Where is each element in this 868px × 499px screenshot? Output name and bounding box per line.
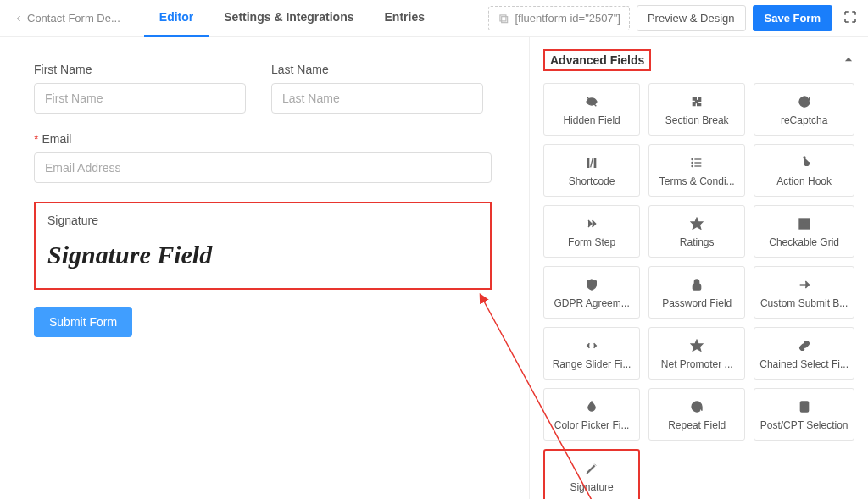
star-icon [654, 216, 739, 231]
signature-label: Signature [47, 213, 478, 227]
section-header[interactable]: Advanced Fields [543, 49, 854, 71]
slider-icon [549, 338, 634, 353]
top-toolbar: Contact Form De... Editor Settings & Int… [0, 0, 868, 37]
field-checkable-grid[interactable]: Checkable Grid [754, 205, 854, 258]
back-label: Contact Form De... [27, 12, 120, 25]
grid-icon [760, 216, 849, 231]
tabs: Editor Settings & Integrations Entries [144, 0, 440, 37]
puzzle-icon [654, 94, 739, 109]
first-name-group: First Name [34, 63, 246, 114]
svg-rect-15 [799, 219, 804, 223]
svg-rect-19 [693, 284, 701, 290]
droplet-icon [549, 399, 634, 414]
shortcode-text: [fluentform id="2507"] [515, 12, 620, 25]
field-repeat[interactable]: Repeat Field [648, 388, 745, 441]
field-recaptcha[interactable]: reCaptcha [754, 83, 854, 136]
svg-rect-16 [804, 219, 809, 223]
signature-value: Signature Field [47, 241, 478, 269]
email-input[interactable] [34, 152, 492, 183]
field-form-step[interactable]: Form Step [543, 205, 640, 258]
submit-button[interactable]: Submit Form [34, 307, 132, 337]
svg-point-11 [692, 162, 693, 163]
document-icon [760, 399, 849, 414]
main-area: First Name Last Name *Email Signature Si… [0, 37, 868, 499]
field-grid: Hidden Field Section Break reCaptcha Sho… [543, 83, 854, 499]
field-hidden[interactable]: Hidden Field [543, 83, 640, 136]
signature-field[interactable]: Signature Signature Field [34, 202, 492, 290]
email-group: *Email [34, 132, 492, 183]
first-name-label: First Name [34, 63, 246, 76]
last-name-group: Last Name [271, 63, 483, 114]
arrow-right-icon [760, 277, 849, 292]
recaptcha-icon [760, 94, 849, 109]
preview-button[interactable]: Preview & Design [637, 5, 746, 31]
svg-point-10 [692, 158, 693, 159]
field-custom-submit[interactable]: Custom Submit B... [754, 266, 854, 319]
fullscreen-icon[interactable] [839, 6, 861, 30]
repeat-icon [654, 399, 739, 414]
field-signature[interactable]: Signature [543, 449, 640, 499]
star-icon [654, 338, 739, 353]
step-icon [549, 216, 634, 231]
shield-icon [549, 277, 634, 292]
list-icon [654, 155, 739, 170]
chevron-up-icon[interactable] [843, 53, 854, 68]
name-row: First Name Last Name [34, 63, 495, 114]
last-name-label: Last Name [271, 63, 483, 76]
svg-marker-21 [692, 340, 703, 351]
field-post-cpt[interactable]: Post/CPT Selection [754, 388, 854, 441]
toolbar-left: Contact Form De... Editor Settings & Int… [7, 0, 440, 37]
lock-icon [654, 277, 739, 292]
svg-point-12 [692, 165, 693, 166]
field-color-picker[interactable]: Color Picker Fi... [543, 388, 640, 441]
brackets-icon [549, 155, 634, 170]
field-range-slider[interactable]: Range Slider Fi... [543, 327, 640, 380]
field-gdpr[interactable]: GDPR Agreem... [543, 266, 640, 319]
eye-slash-icon [549, 94, 634, 109]
toolbar-right: [fluentform id="2507"] Preview & Design … [488, 5, 861, 31]
svg-marker-14 [692, 218, 703, 229]
tab-editor[interactable]: Editor [144, 0, 209, 37]
field-terms[interactable]: Terms & Condi... [648, 144, 745, 197]
field-nps[interactable]: Net Promoter ... [648, 327, 745, 380]
pen-icon [550, 461, 633, 476]
editor-canvas: First Name Last Name *Email Signature Si… [0, 37, 529, 499]
svg-point-13 [804, 157, 805, 158]
tab-entries[interactable]: Entries [370, 0, 440, 37]
section-title: Advanced Fields [543, 49, 651, 71]
back-link[interactable]: Contact Form De... [7, 12, 127, 25]
field-password[interactable]: Password Field [648, 266, 745, 319]
svg-marker-4 [845, 57, 852, 61]
required-star: * [34, 132, 38, 146]
field-shortcode[interactable]: Shortcode [543, 144, 640, 197]
tab-settings[interactable]: Settings & Integrations [209, 0, 369, 37]
svg-rect-1 [502, 16, 508, 22]
field-action-hook[interactable]: Action Hook [754, 144, 854, 197]
svg-line-6 [591, 158, 593, 168]
email-label: *Email [34, 132, 492, 146]
link-icon [760, 338, 849, 353]
field-section-break[interactable]: Section Break [648, 83, 745, 136]
svg-rect-18 [804, 225, 809, 229]
field-chained-select[interactable]: Chained Select Fi... [754, 327, 854, 380]
shortcode-box[interactable]: [fluentform id="2507"] [488, 6, 630, 30]
hook-icon [760, 155, 849, 170]
fields-sidebar: Advanced Fields Hidden Field Section Bre… [529, 37, 868, 499]
svg-rect-0 [500, 14, 506, 20]
save-button[interactable]: Save Form [753, 5, 832, 31]
svg-rect-17 [799, 225, 804, 229]
last-name-input[interactable] [271, 83, 483, 114]
first-name-input[interactable] [34, 83, 246, 114]
field-ratings[interactable]: Ratings [648, 205, 745, 258]
